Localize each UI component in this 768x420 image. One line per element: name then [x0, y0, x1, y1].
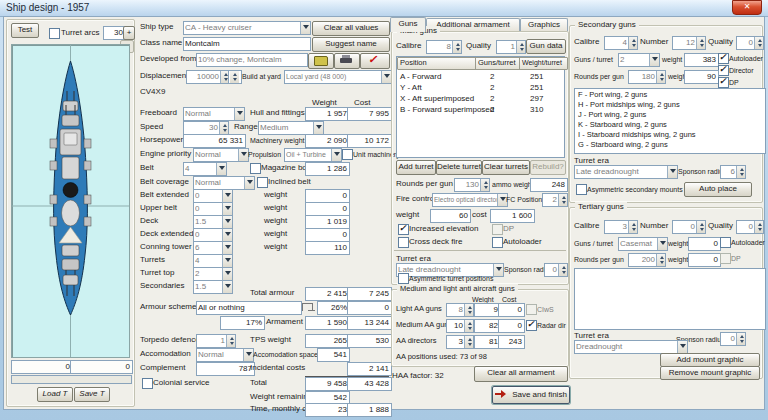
secondary-guns-turret-select[interactable]: 2 [618, 53, 660, 67]
belt-coverage-select[interactable]: Normal [193, 176, 255, 190]
title-bar[interactable]: Ship design - 1957 ✕ [0, 0, 768, 17]
table-row[interactable]: X - Aft superimposed2297 [398, 93, 563, 104]
spinner-icon[interactable] [558, 263, 568, 277]
tertiary-rounds-stepper[interactable]: 200 [628, 253, 666, 267]
turrets-select[interactable]: 4 [193, 254, 233, 268]
deck-select[interactable]: 1.5 [193, 215, 233, 229]
turret-table[interactable]: Position Guns/turret Weight/turret A - F… [396, 56, 565, 158]
asymmetric-turrets-checkbox[interactable] [398, 273, 409, 284]
suggest-name-button[interactable]: Suggest name [312, 37, 390, 52]
freeboard-select[interactable]: Normal [183, 107, 245, 121]
clear-all-values-button[interactable]: Clear all values [312, 21, 390, 36]
secondary-autoloader-checkbox[interactable] [718, 53, 729, 64]
spinner-icon[interactable] [754, 220, 764, 234]
tertiary-sponson-stepper[interactable]: 0 [720, 332, 746, 346]
clear-turrets-button[interactable]: Clear turrets [482, 160, 530, 175]
main-sponson-stepper[interactable]: 0 [544, 263, 568, 277]
spinner-icon[interactable] [736, 165, 746, 179]
displacement-stepper[interactable]: 10000 [186, 70, 230, 84]
main-autoloader-checkbox[interactable] [492, 237, 503, 248]
secondary-mounts-list[interactable]: F - Port wing, 2 guns H - Port midships … [574, 88, 766, 154]
spinner-icon[interactable] [464, 319, 474, 333]
dropdown-arrow-icon[interactable] [222, 254, 233, 268]
remove-mount-graphic-button[interactable]: Remove mount graphic [660, 366, 760, 380]
tertiary-guns-turret-select[interactable]: Casemat [618, 237, 668, 251]
dropdown-arrow-icon[interactable] [677, 340, 688, 354]
dropdown-arrow-icon[interactable] [222, 215, 233, 229]
main-calibre-stepper[interactable]: 8 [426, 40, 462, 54]
propulsion-select[interactable]: Oil + Turbine [284, 148, 342, 162]
spinner-icon[interactable] [219, 121, 229, 135]
gun-data-button[interactable]: Gun data [526, 39, 566, 54]
ship-type-select[interactable]: CA - Heavy cruiser [183, 21, 311, 35]
dropdown-arrow-icon[interactable] [649, 53, 660, 67]
turret-top-select[interactable]: 2 [193, 267, 233, 281]
open-file-button[interactable] [308, 53, 334, 69]
list-item[interactable]: H - Port midships wing, 2 guns [578, 100, 762, 110]
dropdown-arrow-icon[interactable] [216, 162, 227, 176]
dropdown-arrow-icon[interactable] [222, 228, 233, 242]
spinner-icon[interactable] [656, 253, 666, 267]
spinner-icon[interactable] [696, 36, 706, 50]
dropdown-arrow-icon[interactable] [657, 237, 668, 251]
increased-elevation-checkbox[interactable] [398, 224, 409, 235]
tab-additional-armament[interactable]: Additional armament [426, 18, 520, 31]
column-weight-per-turret[interactable]: Weight/turret [519, 57, 568, 70]
upper-belt-select[interactable]: 0 [193, 202, 233, 216]
spinner-icon[interactable] [230, 70, 239, 84]
magazine-box-checkbox[interactable] [250, 163, 261, 174]
validate-button[interactable]: ✓ [360, 53, 390, 69]
turret-arcs-checkbox[interactable] [49, 28, 60, 39]
dropdown-arrow-icon[interactable] [222, 202, 233, 216]
cross-deck-fire-checkbox[interactable] [398, 237, 409, 248]
accomodation-select[interactable]: Normal [196, 348, 254, 362]
armour-scheme-field[interactable]: All or nothing [196, 301, 302, 315]
engine-priority-select[interactable]: Normal [193, 148, 249, 162]
dropdown-arrow-icon[interactable] [300, 21, 311, 35]
tertiary-autoloader-checkbox[interactable] [720, 237, 731, 248]
spinner-icon[interactable] [464, 335, 474, 349]
secondary-director-checkbox[interactable] [718, 65, 729, 76]
test-button[interactable]: Test [11, 23, 39, 38]
auto-place-button[interactable]: Auto place [684, 182, 752, 197]
dropdown-arrow-icon[interactable] [222, 189, 233, 203]
list-item[interactable]: K - Starboard wing, 2 guns [578, 120, 762, 130]
add-mount-graphic-button[interactable]: Add mount graphic [660, 353, 760, 367]
spinner-icon[interactable] [226, 334, 236, 348]
secondary-rounds-stepper[interactable]: 180 [628, 70, 666, 84]
spinner-icon[interactable] [736, 332, 746, 346]
list-item[interactable]: F - Port wing, 2 guns [578, 90, 762, 100]
dropdown-arrow-icon[interactable] [667, 165, 678, 179]
spinner-icon[interactable] [754, 36, 764, 50]
clear-all-armament-button[interactable]: Clear all armament [474, 366, 568, 382]
secondary-quality-stepper[interactable]: 0 [736, 36, 764, 50]
tab-guns[interactable]: Guns [390, 17, 426, 32]
displacement-fine-stepper[interactable] [228, 70, 242, 84]
speed-stepper[interactable]: 30 [183, 121, 229, 135]
spinner-icon[interactable] [452, 40, 462, 54]
dropdown-arrow-icon[interactable] [493, 263, 504, 277]
tab-graphics[interactable]: Graphics [520, 18, 568, 31]
close-button[interactable]: ✕ [732, 0, 762, 15]
belt-select[interactable]: 4 [183, 162, 227, 176]
colonial-service-checkbox[interactable] [142, 378, 153, 389]
dropdown-arrow-icon[interactable] [234, 107, 245, 121]
main-rounds-stepper[interactable]: 130 [454, 178, 490, 192]
medium-aa-stepper[interactable]: 10 [446, 319, 474, 333]
save-turrets-button[interactable]: Save T [74, 387, 110, 402]
dropdown-arrow-icon[interactable] [244, 176, 255, 190]
spinner-icon[interactable] [558, 193, 568, 207]
tertiary-mounts-list[interactable] [574, 268, 766, 330]
range-select[interactable]: Medium [258, 121, 324, 135]
column-position[interactable]: Position [397, 57, 477, 70]
load-turrets-button[interactable]: Load T [37, 387, 73, 402]
arc-plus-button[interactable]: + [123, 26, 135, 40]
list-item[interactable]: G - Starboard wing, 2 guns [578, 140, 762, 150]
list-item[interactable]: J - Port wing, 2 guns [578, 110, 762, 120]
radar-dir-checkbox[interactable] [526, 320, 537, 331]
table-row[interactable]: A - Forward2251 [398, 71, 563, 82]
belt-extended-select[interactable]: 0 [193, 189, 233, 203]
deck-extended-select[interactable]: 0 [193, 228, 233, 242]
table-row[interactable]: B - Forward superimposed2310 [398, 104, 563, 115]
column-guns-per-turret[interactable]: Guns/turret [475, 57, 521, 70]
